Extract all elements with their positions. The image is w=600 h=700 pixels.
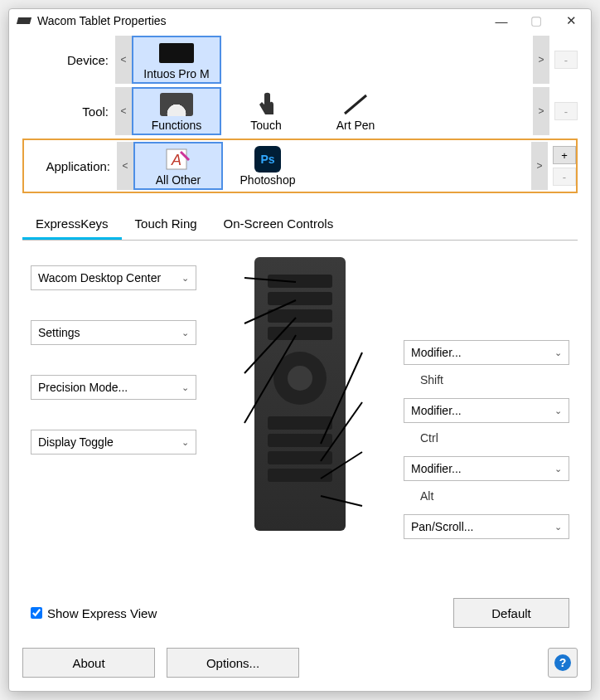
chevron-down-icon: ⌄ [554, 406, 562, 416]
default-button[interactable]: Default [453, 598, 569, 628]
tab-touchring[interactable]: Touch Ring [122, 210, 210, 240]
options-button[interactable]: Options... [167, 648, 299, 678]
device-prev[interactable]: < [115, 36, 132, 84]
device-row: Device: < Intuos Pro M > - [22, 36, 578, 84]
maximize-button[interactable]: ▢ [530, 14, 543, 27]
app-remove[interactable]: - [553, 168, 576, 186]
app-prev[interactable]: < [117, 142, 133, 190]
key4-combo[interactable]: Display Toggle⌄ [31, 430, 196, 455]
app-add[interactable]: + [553, 146, 576, 164]
help-icon: ? [554, 654, 571, 671]
key8-combo[interactable]: Pan/Scroll...⌄ [404, 514, 569, 539]
device-label: Device: [22, 53, 115, 67]
tool-item-touch[interactable]: Touch [221, 87, 311, 135]
chevron-down-icon: ⌄ [181, 273, 189, 284]
device-item-intuos[interactable]: Intuos Pro M [132, 36, 221, 84]
window-title: Wacom Tablet Properties [37, 14, 495, 27]
key2-combo[interactable]: Settings⌄ [31, 320, 196, 345]
key3-combo[interactable]: Precision Mode...⌄ [31, 375, 196, 400]
tool-remove[interactable]: - [554, 102, 578, 120]
close-button[interactable]: ✕ [564, 14, 578, 27]
tool-item-artpen[interactable]: Art Pen [311, 87, 400, 135]
app-icon [17, 17, 31, 24]
tab-expresskeys[interactable]: ExpressKeys [22, 210, 122, 240]
minimize-button[interactable]: — [495, 14, 508, 27]
key7-sub: Alt [404, 486, 569, 509]
device-next[interactable]: > [533, 36, 549, 84]
tool-item-functions[interactable]: Functions [132, 87, 221, 135]
tablet-icon [157, 41, 196, 66]
wacom-properties-window: Wacom Tablet Properties — ▢ ✕ Device: < … [8, 8, 592, 692]
touch-icon [247, 92, 285, 117]
application-row: Application: < A All Other Ps Photoshop … [22, 139, 578, 193]
pen-icon [336, 92, 375, 117]
svg-text:A: A [171, 152, 181, 168]
chevron-down-icon: ⌄ [181, 328, 189, 338]
allother-icon: A [159, 147, 197, 172]
tab-onscreen[interactable]: On-Screen Controls [210, 210, 347, 240]
key1-combo[interactable]: Wacom Desktop Center⌄ [31, 265, 196, 290]
chevron-down-icon: ⌄ [554, 348, 562, 358]
key6-combo[interactable]: Modifier...⌄ [404, 398, 569, 423]
tool-prev[interactable]: < [115, 87, 132, 135]
key5-combo[interactable]: Modifier...⌄ [404, 340, 569, 365]
device-remove[interactable]: - [554, 51, 578, 69]
application-label: Application: [24, 159, 117, 173]
key5-sub: Shift [404, 370, 569, 393]
tool-label: Tool: [22, 105, 115, 119]
photoshop-icon: Ps [249, 147, 287, 172]
tool-row: Tool: < Functions Touch Art Pen [22, 87, 578, 135]
key6-sub: Ctrl [404, 428, 569, 451]
tabs: ExpressKeys Touch Ring On-Screen Control… [22, 210, 578, 241]
help-button[interactable]: ? [548, 648, 578, 678]
app-item-photoshop[interactable]: Ps Photoshop [223, 142, 312, 190]
key7-combo[interactable]: Modifier...⌄ [404, 456, 569, 481]
app-next[interactable]: > [531, 142, 548, 190]
app-item-allother[interactable]: A All Other [133, 142, 223, 190]
expresskeys-panel: Wacom Desktop Center⌄ Settings⌄ Precisio… [22, 241, 578, 636]
chevron-down-icon: ⌄ [554, 464, 562, 474]
tool-next[interactable]: > [533, 87, 549, 135]
svg-line-0 [345, 95, 366, 114]
functions-icon [157, 92, 196, 117]
titlebar: Wacom Tablet Properties — ▢ ✕ [9, 9, 591, 32]
tablet-visual [254, 257, 346, 531]
chevron-down-icon: ⌄ [181, 382, 189, 393]
chevron-down-icon: ⌄ [554, 522, 562, 532]
about-button[interactable]: About [22, 648, 155, 678]
show-express-view-checkbox[interactable]: Show Express View [31, 606, 157, 620]
chevron-down-icon: ⌄ [181, 437, 189, 448]
